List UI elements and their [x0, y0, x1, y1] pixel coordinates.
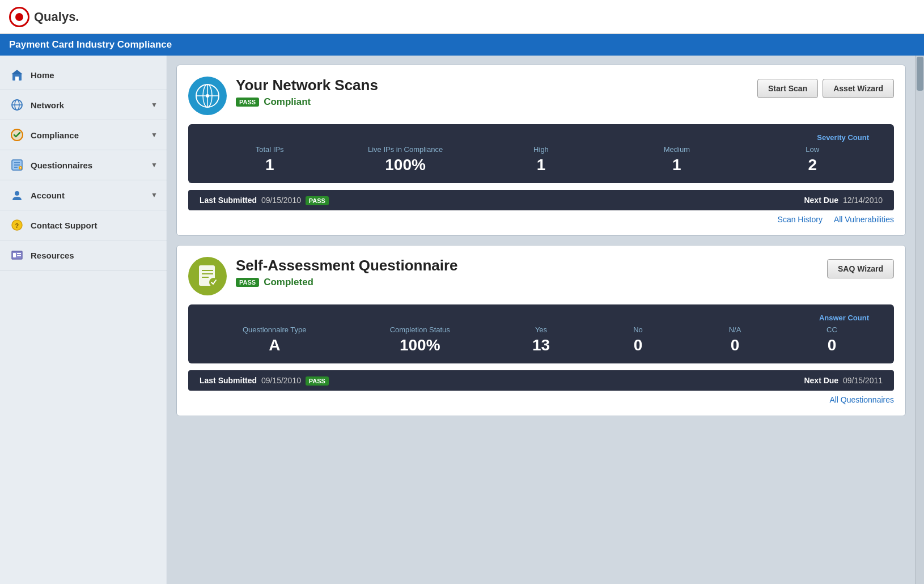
logo-text: Qualys. [34, 10, 79, 24]
questionnaire-status: Completed [264, 277, 313, 288]
questionnaire-footer-bar: Last Submitted 09/15/2010 PASS Next Due … [188, 370, 894, 391]
topbar: Qualys. [0, 0, 924, 34]
na-value: 0 [686, 336, 783, 354]
na-label: N/A [686, 325, 783, 334]
last-submitted-date: 09/15/2010 [261, 196, 301, 205]
page-banner: Payment Card Industry Compliance [0, 34, 924, 56]
network-icon [9, 97, 25, 113]
sidebar-item-resources[interactable]: Resources [0, 240, 167, 270]
scrollbar[interactable] [915, 56, 924, 584]
no-value: 0 [590, 336, 686, 354]
svg-marker-1 [11, 70, 23, 74]
svg-rect-19 [17, 253, 21, 254]
questionnaire-title: Self-Assessment Questionnaire [236, 257, 827, 274]
scan-history-link[interactable]: Scan History [778, 215, 823, 224]
no-label: No [590, 325, 686, 334]
last-submitted-label: Last Submitted [200, 196, 257, 205]
completion-status-value: 100% [347, 336, 493, 354]
sidebar-questionnaires-label: Questionnaires [31, 160, 92, 170]
svg-text:?: ? [15, 222, 19, 229]
sidebar-item-home[interactable]: Home [0, 60, 167, 90]
q-last-submitted-date: 09/15/2010 [261, 376, 301, 385]
questionnaires-icon: ? [9, 157, 25, 173]
chevron-down-icon: ▼ [151, 101, 158, 109]
network-stats-box: Severity Count Total IPs Live IPs in Com… [188, 124, 894, 183]
banner-title: Payment Card Industry Compliance [9, 39, 172, 50]
svg-rect-18 [13, 253, 16, 257]
questionnaire-type-value: A [202, 336, 347, 354]
footer-pass-badge-questionnaire: PASS [306, 376, 329, 386]
questionnaire-icon [188, 257, 227, 295]
sidebar: Home Network ▼ Compl [0, 56, 167, 584]
asset-wizard-button[interactable]: Asset Wizard [823, 79, 894, 98]
questionnaire-card: Self-Assessment Questionnaire PASS Compl… [176, 245, 906, 416]
sidebar-home-label: Home [31, 70, 54, 80]
cc-value: 0 [783, 336, 880, 354]
network-scans-icon [188, 77, 227, 115]
sidebar-contact-label: Contact Support [31, 221, 98, 230]
logo-icon [9, 7, 29, 27]
q-next-due-label: Next Due [804, 376, 838, 385]
svg-point-14 [15, 191, 19, 196]
network-scans-title: Your Network Scans [236, 77, 757, 94]
contact-icon: ? [9, 217, 25, 233]
network-scans-status: Compliant [264, 96, 311, 108]
total-ips-label: Total IPs [202, 145, 337, 154]
yes-label: Yes [493, 325, 590, 334]
severity-count-label: Severity Count [473, 133, 880, 142]
low-value: 2 [745, 156, 880, 174]
sidebar-item-questionnaires[interactable]: ? Questionnaires ▼ [0, 150, 167, 180]
all-questionnaires-link[interactable]: All Questionnaires [829, 395, 894, 404]
live-ips-value: 100% [337, 156, 473, 174]
high-value: 1 [473, 156, 609, 174]
network-links-row: Scan History All Vulnerabilities [188, 215, 894, 224]
q-last-submitted-label: Last Submitted [200, 376, 257, 385]
questionnaire-stats-box: Answer Count Questionnaire Type Completi… [188, 304, 894, 363]
scroll-thumb[interactable] [917, 57, 923, 91]
pass-badge-questionnaire: PASS [236, 278, 259, 287]
svg-rect-2 [15, 77, 19, 81]
all-vulnerabilities-link[interactable]: All Vulnerabilities [834, 215, 894, 224]
next-due-date: 12/14/2010 [843, 196, 883, 205]
yes-value: 13 [493, 336, 590, 354]
chevron-down-icon: ▼ [151, 191, 158, 199]
questionnaire-type-label: Questionnaire Type [202, 325, 347, 334]
live-ips-label: Live IPs in Compliance [337, 145, 473, 154]
questionnaire-links-row: All Questionnaires [188, 395, 894, 404]
svg-rect-20 [17, 255, 21, 256]
q-next-due-date: 09/15/2011 [843, 376, 883, 385]
sidebar-network-label: Network [31, 100, 64, 110]
svg-text:?: ? [20, 167, 22, 170]
pass-badge-network: PASS [236, 98, 259, 107]
cc-label: CC [783, 325, 880, 334]
chevron-down-icon: ▼ [151, 131, 158, 139]
low-label: Low [745, 145, 880, 154]
answer-count-label: Answer Count [428, 314, 880, 322]
network-footer-bar: Last Submitted 09/15/2010 PASS Next Due … [188, 190, 894, 210]
start-scan-button[interactable]: Start Scan [757, 79, 818, 98]
sidebar-item-account[interactable]: Account ▼ [0, 180, 167, 210]
total-ips-value: 1 [202, 156, 337, 174]
home-icon [9, 67, 25, 83]
completion-status-label: Completion Status [347, 325, 493, 334]
sidebar-item-compliance[interactable]: Compliance ▼ [0, 120, 167, 150]
main-content: Your Network Scans PASS Compliant Start … [167, 56, 915, 584]
sidebar-compliance-label: Compliance [31, 130, 79, 140]
sidebar-item-network[interactable]: Network ▼ [0, 90, 167, 120]
sidebar-resources-label: Resources [31, 251, 74, 260]
chevron-down-icon: ▼ [151, 161, 158, 169]
network-scans-card: Your Network Scans PASS Compliant Start … [176, 65, 906, 236]
sidebar-item-contact-support[interactable]: ? Contact Support [0, 210, 167, 240]
footer-pass-badge-network: PASS [306, 196, 329, 205]
next-due-label: Next Due [804, 196, 838, 205]
saq-wizard-button[interactable]: SAQ Wizard [827, 259, 894, 278]
sidebar-account-label: Account [31, 191, 65, 200]
account-icon [9, 187, 25, 203]
medium-label: Medium [609, 145, 744, 154]
resources-icon [9, 247, 25, 263]
high-label: High [473, 145, 609, 154]
compliance-icon [9, 127, 25, 143]
medium-value: 1 [609, 156, 744, 174]
